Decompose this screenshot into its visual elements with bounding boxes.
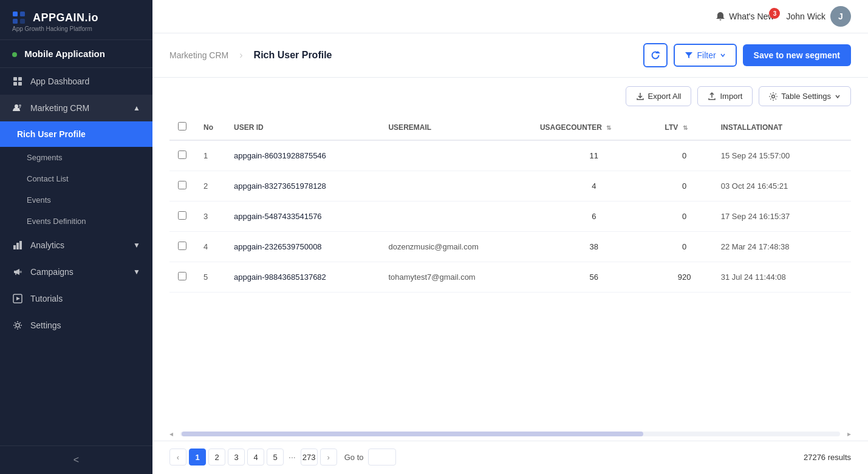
cell-no-1: 2 xyxy=(195,171,225,201)
page-2-button[interactable]: 2 xyxy=(208,449,225,466)
topbar: What's New 3 John Wick J xyxy=(152,0,868,33)
sidebar-label-segments: Segments xyxy=(27,153,63,162)
scroll-left-arrow[interactable]: ◂ xyxy=(152,430,177,438)
import-button[interactable]: Import xyxy=(697,86,753,106)
table-settings-label: Table Settings xyxy=(781,92,831,101)
sidebar-item-settings[interactable]: Settings xyxy=(0,312,152,339)
sidebar-child-events-definition[interactable]: Events Definition xyxy=(0,211,152,232)
sort-usage-icon: ⇅ xyxy=(606,124,611,131)
whats-new-label: What's New xyxy=(729,12,774,21)
table-row: 1 appgain-86031928875546 11 0 15 Sep 24 … xyxy=(169,140,851,171)
sidebar-label-rich-user-profile: Rich User Profile xyxy=(17,129,86,139)
row-checkbox-2[interactable] xyxy=(178,211,186,220)
cell-usage-1: 4 xyxy=(531,171,657,201)
prev-page-button[interactable]: ‹ xyxy=(169,449,186,466)
scroll-track[interactable] xyxy=(180,432,840,436)
svg-point-16 xyxy=(16,323,19,327)
sidebar-item-analytics[interactable]: Analytics ▼ xyxy=(0,232,152,259)
svg-point-18 xyxy=(772,95,775,98)
row-checkbox-0[interactable] xyxy=(178,151,186,159)
scroll-right-arrow[interactable]: ▸ xyxy=(844,430,868,438)
next-page-button[interactable]: › xyxy=(320,449,337,466)
breadcrumb-marketing-crm[interactable]: Marketing CRM xyxy=(169,50,228,60)
grid-icon xyxy=(12,76,23,87)
cell-userid-3: appgain-2326539750008 xyxy=(225,232,380,262)
sidebar-child-rich-user-profile[interactable]: Rich User Profile xyxy=(0,121,152,147)
user-avatar: J xyxy=(830,6,851,27)
save-segment-button[interactable]: Save to new segment xyxy=(743,44,851,66)
table-area: Export All Import Table Settings xyxy=(152,78,868,474)
whats-new-button[interactable]: What's New 3 xyxy=(716,12,774,21)
app-name-section[interactable]: Mobile Application xyxy=(0,40,152,68)
th-installation-at: INSTALLATIONAT xyxy=(713,115,834,140)
megaphone-icon xyxy=(12,266,23,277)
svg-point-9 xyxy=(19,104,21,107)
cell-installdate-0: 15 Sep 24 15:57:00 xyxy=(713,140,834,171)
cell-userid-0: appgain-86031928875546 xyxy=(225,140,380,171)
cell-checkbox-0[interactable] xyxy=(169,140,195,171)
filter-button[interactable]: Filter xyxy=(674,44,736,67)
sidebar-child-events[interactable]: Events xyxy=(0,189,152,211)
row-checkbox-1[interactable] xyxy=(178,181,186,189)
filter-icon xyxy=(685,51,693,59)
chevron-down-icon: ▼ xyxy=(133,241,140,249)
sidebar-label-campaigns: Campaigns xyxy=(30,267,73,277)
cell-checkbox-1[interactable] xyxy=(169,171,195,201)
horizontal-scrollbar[interactable]: ◂ ▸ xyxy=(152,427,868,441)
sidebar-child-contact-list[interactable]: Contact List xyxy=(0,168,152,189)
svg-rect-12 xyxy=(19,241,22,249)
th-ltv[interactable]: LTV ⇅ xyxy=(657,115,713,140)
page-header: Marketing CRM › Rich User Profile Filter… xyxy=(152,33,868,78)
notification-badge: 3 xyxy=(769,8,780,19)
th-usage-counter[interactable]: USAGECOUNTER ⇅ xyxy=(531,115,657,140)
goto-input[interactable] xyxy=(368,449,396,466)
people-icon xyxy=(12,103,23,113)
sidebar-item-campaigns[interactable]: Campaigns ▼ xyxy=(0,259,152,285)
cell-ltv-0: 0 xyxy=(657,140,713,171)
logo-subtitle: App Growth Hacking Platform xyxy=(12,25,140,32)
sidebar-collapse-button[interactable]: < xyxy=(0,445,152,474)
play-square-icon xyxy=(12,293,23,304)
page-3-button[interactable]: 3 xyxy=(228,449,245,466)
cell-email-4: tohamytest7@gmail.com xyxy=(380,262,531,293)
cell-usage-4: 56 xyxy=(531,262,657,293)
chevron-down-icon-campaigns: ▼ xyxy=(133,268,140,276)
select-all-checkbox[interactable] xyxy=(178,122,186,130)
svg-rect-4 xyxy=(13,77,17,81)
sidebar-item-marketing-crm[interactable]: Marketing CRM ▲ xyxy=(0,95,152,121)
sidebar-child-segments[interactable]: Segments xyxy=(0,147,152,168)
page-4-button[interactable]: 4 xyxy=(247,449,264,466)
cell-installdate-4: 31 Jul 24 11:44:08 xyxy=(713,262,834,293)
sidebar-item-tutorials[interactable]: Tutorials xyxy=(0,285,152,312)
cell-ltv-2: 0 xyxy=(657,201,713,232)
user-menu[interactable]: John Wick J xyxy=(786,6,851,27)
row-checkbox-4[interactable] xyxy=(178,272,186,280)
page-title: Rich User Profile xyxy=(254,50,332,61)
page-5-button[interactable]: 5 xyxy=(267,449,284,466)
user-name-label: John Wick xyxy=(786,12,825,21)
refresh-icon xyxy=(651,50,660,60)
sidebar-label-settings: Settings xyxy=(30,320,61,330)
export-label: Export All xyxy=(648,92,682,101)
svg-rect-6 xyxy=(13,82,17,86)
export-icon xyxy=(636,92,644,101)
table-settings-button[interactable]: Table Settings xyxy=(759,86,851,106)
svg-rect-1 xyxy=(20,12,25,16)
filter-chevron-icon xyxy=(720,52,726,58)
svg-rect-0 xyxy=(13,12,18,16)
page-last-button[interactable]: 273 xyxy=(301,449,318,466)
sidebar: APPGAIN.io App Growth Hacking Platform M… xyxy=(0,0,152,474)
table-row: 2 appgain-83273651978128 4 0 03 Oct 24 1… xyxy=(169,171,851,201)
scroll-thumb[interactable] xyxy=(182,432,643,436)
cell-checkbox-2[interactable] xyxy=(169,201,195,232)
cell-checkbox-4[interactable] xyxy=(169,262,195,293)
svg-rect-3 xyxy=(20,19,25,24)
sidebar-item-app-dashboard[interactable]: App Dashboard xyxy=(0,68,152,95)
export-all-button[interactable]: Export All xyxy=(626,86,692,106)
cell-checkbox-3[interactable] xyxy=(169,232,195,262)
logo-text: APPGAIN.io xyxy=(33,12,98,24)
results-count: 27276 results xyxy=(804,453,851,462)
row-checkbox-3[interactable] xyxy=(178,242,186,250)
refresh-button[interactable] xyxy=(643,43,668,67)
page-1-button[interactable]: 1 xyxy=(189,449,206,466)
